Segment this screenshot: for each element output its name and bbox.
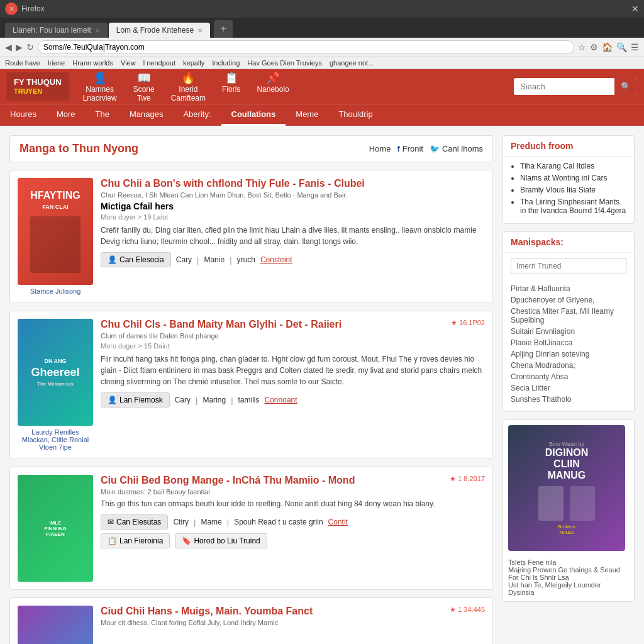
manispacks-link-8[interactable]: Secia Liitter xyxy=(511,384,626,392)
home-link[interactable]: Home xyxy=(369,144,391,153)
site-logo[interactable]: FY THUQUN TRUYEN xyxy=(6,72,69,101)
header-nav-fiorls-label: Fiorls xyxy=(222,85,240,94)
manga-3-btn1[interactable]: ✉ Can Elesutas xyxy=(101,514,168,530)
header-nav-inerid[interactable]: 🔥 IneridCamfteam xyxy=(164,66,213,108)
refresh-button[interactable]: ↻ xyxy=(26,42,34,52)
tab-1-close[interactable]: ✕ xyxy=(95,27,100,34)
forward-button[interactable]: ▶ xyxy=(16,42,23,52)
search-icon[interactable]: 🔍 xyxy=(616,42,627,52)
manga-2-tag-0[interactable]: Cary xyxy=(175,396,191,404)
product-item-0[interactable]: Tiha Karang Cal Itdles xyxy=(520,162,626,170)
settings-icon[interactable]: ⚙ xyxy=(590,42,598,52)
manga-actions-2: 👤 Lan Fiemosk Cary | Maring | tamills Co… xyxy=(101,392,485,408)
menu-icon[interactable]: ☰ xyxy=(631,42,639,52)
manga-4-star: ★ 1 34.445 xyxy=(450,606,485,614)
product-item-3[interactable]: Tha Liiring Sinphesiant Mants in the Iva… xyxy=(520,197,626,215)
nav-aberity[interactable]: Aberity: xyxy=(173,104,221,126)
manga-3-report[interactable]: Contit xyxy=(328,518,348,526)
tab-2-close[interactable]: ✕ xyxy=(197,27,203,34)
manga-desc-3: This go this tun can ormaps beuth lour i… xyxy=(101,498,485,509)
manga-cover-1-label[interactable]: Stamce Julisong xyxy=(18,287,93,295)
back-button[interactable]: ◀ xyxy=(5,42,12,52)
tab-bar: Lianeh: Fou luan lemeit ✕ Lom & Frode Kn… xyxy=(0,18,644,38)
new-tab-button[interactable]: + xyxy=(214,20,233,38)
bookmark-star[interactable]: ☆ xyxy=(578,42,586,52)
sidebar-product-title: Preduch froom xyxy=(503,136,634,157)
manispacks-search-input[interactable] xyxy=(511,258,626,274)
tab-2-label: Lom & Frode Kntehese xyxy=(116,26,194,35)
manga-3-tag-2[interactable]: Spouh Read t u caste griin xyxy=(234,518,323,526)
nav-thouldrip[interactable]: Thouldrip xyxy=(328,104,382,126)
manispacks-link-3[interactable]: Suitairi Envnliagion xyxy=(511,327,626,336)
manga-2-tag-2[interactable]: tamills xyxy=(238,396,260,404)
window-controls[interactable]: ✕ xyxy=(5,3,18,15)
manga-title-3[interactable]: Ciu Chii Bed Bong Mange - InChá Thu Mami… xyxy=(101,475,355,486)
manispacks-link-2[interactable]: Chestica Miter Fast, Mil Ileamy Supelbin… xyxy=(511,307,626,325)
manga-1-tag-cary[interactable]: Cary xyxy=(176,255,192,264)
product-item-2[interactable]: Bramly Vlous Iiia Siate xyxy=(520,186,626,194)
manispacks-link-4[interactable]: Plaoie BoltJinacca xyxy=(511,338,626,347)
tag-sep-4: | xyxy=(231,396,233,405)
manga-title-4[interactable]: Ciud Chii Hans - Muigs, Main. Youmba Fan… xyxy=(101,606,313,617)
nav-the[interactable]: The xyxy=(86,104,119,126)
manispacks-link-7[interactable]: Crontinanty Absa xyxy=(511,372,626,381)
facebook-label: Fronit xyxy=(402,144,423,153)
nav-meme[interactable]: Meme xyxy=(286,104,328,126)
page-title-nav: Home f Fronit 🐦 Canl lhoms xyxy=(369,144,483,153)
header-nav-scone[interactable]: 📖 SconeTwe xyxy=(126,66,162,108)
header-nav-nanebolo[interactable]: 📌 Nanebolo xyxy=(249,66,296,108)
header-nav-fiorls[interactable]: 📋 Fiorls xyxy=(214,66,248,108)
user-icon: 👤 xyxy=(108,255,117,264)
product-item-1[interactable]: Nlams at Wonting inl Cars xyxy=(520,174,626,182)
manga-2-report[interactable]: Connoant xyxy=(265,396,297,404)
manga-1-tag-yruch[interactable]: yruch xyxy=(237,255,255,264)
manga-3-btn3[interactable]: 🔖 Horod bo Liu Truind xyxy=(175,533,267,548)
header-nav-names-label: NamnesLnacrview xyxy=(83,85,117,103)
fiorls-icon: 📋 xyxy=(222,71,240,85)
manga-2-star: ★ 16.1P02 xyxy=(451,319,485,327)
bookmark-0[interactable]: Roule have xyxy=(5,59,40,67)
search-button[interactable]: 🔍 xyxy=(614,78,638,95)
manispacks-link-9[interactable]: Sunshes Thatholo xyxy=(511,395,626,404)
nav-manages[interactable]: Manages xyxy=(119,104,173,126)
tag-sep-6: | xyxy=(227,518,229,527)
btn3-icon: 🔖 xyxy=(182,536,191,545)
manispacks-link-1[interactable]: Dpuchenoyer of Grlyene, xyxy=(511,296,626,304)
home-icon[interactable]: 🏠 xyxy=(602,42,613,52)
close-button[interactable]: ✕ xyxy=(5,3,18,15)
tab-1[interactable]: Lianeh: Fou luan lemeit ✕ xyxy=(5,23,108,38)
nav-coullations[interactable]: Coullations xyxy=(221,104,286,126)
manga-title-2[interactable]: Chu Chil Cls - Band Maity Man Glylhi - D… xyxy=(101,319,341,330)
manga-title-1[interactable]: Chu Chii a Bon's with chflond Thiy Fule … xyxy=(101,178,485,189)
manga-1-btn1[interactable]: 👤 Can Elesocia xyxy=(101,252,171,267)
manga-3-tag-0[interactable]: Ctiry xyxy=(173,518,189,526)
twitter-link[interactable]: 🐦 Canl lhoms xyxy=(430,144,483,153)
manga-card-4: STARYFAIILY Ciud Chii Hans - Muigs, Main… xyxy=(9,597,493,644)
manga-3-btn2[interactable]: 📋 Lan Fieroinia xyxy=(101,533,170,548)
manga-desc-2: Fiir incuht hang taks hit fonga ping, ch… xyxy=(101,353,485,387)
nav-houres[interactable]: Houres xyxy=(0,104,47,126)
manga-series-1[interactable]: Mictiga Cfail hers xyxy=(101,201,485,211)
manga-2-tag-1[interactable]: Maring xyxy=(203,396,226,404)
manispacks-link-0[interactable]: Pirtar & Hafluunta xyxy=(511,284,626,293)
manga-1-tag-manie[interactable]: Manie xyxy=(204,255,225,264)
manga-cover-2-label[interactable]: Laurdy Renilles Mlackan, Ctitie Ronial V… xyxy=(18,428,93,451)
nav-more[interactable]: More xyxy=(47,104,86,126)
manga-cover-2: DN ANG Gheereel The Meliamous Laurdy Ren… xyxy=(18,319,93,451)
manispacks-link-5[interactable]: Apljing Dinrlan soteving xyxy=(511,350,626,358)
manispacks-link-6[interactable]: Chena Modradona; xyxy=(511,361,626,370)
minimize-icon[interactable]: ✕ xyxy=(631,4,639,14)
tab-2[interactable]: Lom & Frode Kntehese ✕ xyxy=(109,23,210,38)
bookmark-1[interactable]: Iriene xyxy=(48,59,65,67)
manga-2-btn1[interactable]: 👤 Lan Fiemosk xyxy=(101,392,170,408)
facebook-link[interactable]: f Fronit xyxy=(397,144,423,153)
mail-icon: ✉ xyxy=(108,518,114,526)
manga-3-tag-1[interactable]: Mame xyxy=(201,518,221,526)
header-nav-names[interactable]: 👤 NamnesLnacrview xyxy=(75,66,125,108)
address-input[interactable] xyxy=(38,40,574,54)
manga-1-report[interactable]: Consteint xyxy=(260,255,292,264)
search-input[interactable] xyxy=(514,78,614,95)
site-header: FY THUQUN TRUYEN 👤 NamnesLnacrview 📖 Sco… xyxy=(0,69,644,104)
sidebar-ad[interactable]: Bino Wean by DIGINONCLIINMANUG BrnteusNo… xyxy=(503,420,634,556)
sidebar-manispacks-box: Manispacks: Pirtar & Hafluunta Dpuchenoy… xyxy=(502,231,635,412)
